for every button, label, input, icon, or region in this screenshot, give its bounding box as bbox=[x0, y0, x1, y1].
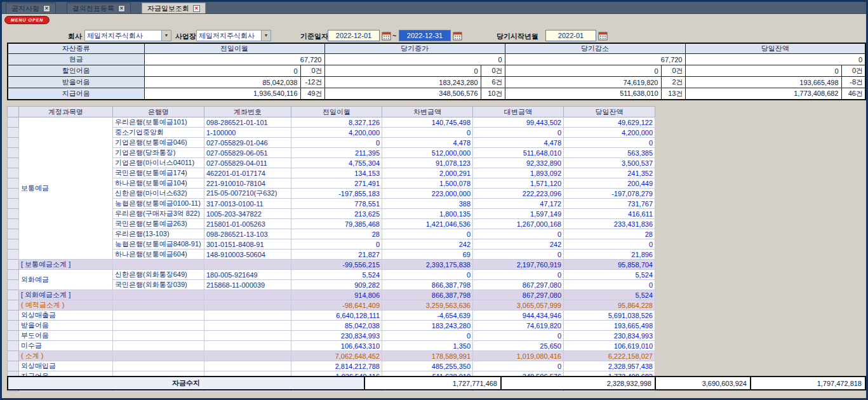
amount-cell: 2,814,212,788 bbox=[291, 361, 382, 371]
summary-amount-cell: 67,720 bbox=[505, 54, 685, 65]
period-start-input[interactable]: 2022-01 bbox=[545, 30, 596, 41]
amount-cell: 0 bbox=[382, 128, 473, 138]
detail-row[interactable]: 외상매입금2,814,212,788485,255,35002,328,957,… bbox=[8, 361, 655, 371]
detail-header: 당일잔액 bbox=[564, 107, 655, 117]
detail-table: 계정과목명 은행명 계좌번호 전일이월 차변금액 대변금액 당일잔액 보통예금우… bbox=[7, 106, 655, 392]
fund-balance-value: 2,328,932,998 bbox=[501, 377, 655, 390]
amount-cell: 230,834,993 bbox=[291, 331, 382, 341]
account-number-cell: 098-286521-01-101 bbox=[204, 117, 291, 128]
close-icon[interactable]: × bbox=[43, 5, 50, 12]
row-selector[interactable] bbox=[8, 148, 19, 158]
detail-row[interactable]: ( 소계 )7,062,648,452178,589,9911,019,080,… bbox=[8, 351, 655, 361]
account-number-cell: 027-055829-06-051 bbox=[204, 148, 291, 158]
tab-fund-daily-report[interactable]: 자금일보조회 × bbox=[142, 3, 206, 13]
summary-row[interactable]: 받을어음85,042,038-12건183,243,2806건74,619,82… bbox=[8, 77, 865, 88]
account-name-cell: 받을어음 bbox=[19, 321, 113, 331]
summary-header: 당일잔액 bbox=[685, 43, 865, 54]
row-selector[interactable] bbox=[8, 117, 19, 128]
row-selector[interactable] bbox=[8, 250, 19, 260]
amount-cell: 914,806 bbox=[291, 290, 382, 300]
detail-row[interactable]: 부도어음230,834,99300230,834,993 bbox=[8, 331, 655, 341]
amount-cell: 92,332,890 bbox=[473, 158, 564, 168]
summary-row[interactable]: 현금67,720067,7200 bbox=[8, 54, 865, 65]
row-selector[interactable] bbox=[8, 128, 19, 138]
row-selector[interactable] bbox=[8, 341, 19, 351]
close-icon[interactable]: × bbox=[193, 5, 200, 12]
tab-notice[interactable]: 공지사항 × bbox=[6, 3, 56, 13]
amount-cell: 0 bbox=[473, 229, 564, 239]
calendar-icon[interactable] bbox=[382, 31, 391, 41]
row-selector[interactable] bbox=[8, 199, 19, 209]
bank-name-cell: 국민은행(보통예금263) bbox=[113, 219, 204, 229]
row-selector[interactable] bbox=[8, 351, 19, 361]
amount-cell: 4,755,304 bbox=[291, 158, 382, 168]
amount-cell: 178,589,991 bbox=[382, 351, 473, 361]
close-icon[interactable]: × bbox=[118, 5, 125, 12]
bank-name-cell bbox=[113, 310, 204, 321]
row-selector[interactable] bbox=[8, 290, 19, 300]
bank-name-cell bbox=[113, 361, 204, 371]
detail-row[interactable]: 외화예금신한은행(외화통장649)180-005-9216495,524005,… bbox=[8, 270, 655, 280]
row-selector[interactable] bbox=[8, 219, 19, 229]
row-selector[interactable] bbox=[8, 209, 19, 219]
site-select[interactable]: 제일저지주식회사 ▼ bbox=[196, 30, 271, 41]
row-selector[interactable] bbox=[8, 260, 19, 270]
amount-cell: 1,019,080,416 bbox=[473, 351, 564, 361]
company-select[interactable]: 제일저지주식회사 ▼ bbox=[84, 30, 171, 41]
bank-name-cell: 농협은행(보통예금8408-91) bbox=[113, 239, 204, 250]
amount-cell: 230,834,993 bbox=[564, 331, 655, 341]
bank-name-cell bbox=[113, 351, 204, 361]
amount-cell: 222,223,096 bbox=[473, 189, 564, 199]
amount-cell: 866,387,798 bbox=[382, 280, 473, 290]
tab-voucher-entry[interactable]: 결의전표등록 × bbox=[67, 3, 131, 13]
amount-cell: -197,855,183 bbox=[291, 189, 382, 199]
base-date-to-input[interactable]: 2022-12-31 bbox=[399, 30, 451, 41]
summary-count-cell: 49건 bbox=[300, 88, 324, 100]
row-selector[interactable] bbox=[8, 300, 19, 310]
row-selector[interactable] bbox=[8, 138, 19, 148]
fund-balance-row: 자금수지 1,727,771,468 2,328,932,998 3,690,6… bbox=[8, 377, 865, 390]
row-selector[interactable] bbox=[8, 310, 19, 321]
summary-row[interactable]: 할인어음00건00건00건00건 bbox=[8, 65, 865, 77]
chevron-down-icon[interactable]: ▼ bbox=[261, 30, 270, 41]
row-selector[interactable] bbox=[8, 270, 19, 280]
detail-row[interactable]: 보통예금우리은행(보통예금101)098-286521-01-1018,327,… bbox=[8, 117, 655, 128]
row-selector[interactable] bbox=[8, 280, 19, 290]
row-selector[interactable] bbox=[8, 189, 19, 199]
amount-cell: 1,571,120 bbox=[473, 178, 564, 189]
row-selector[interactable] bbox=[8, 229, 19, 239]
amount-cell: 1,800,135 bbox=[382, 209, 473, 219]
amount-cell: 242 bbox=[382, 239, 473, 250]
row-selector[interactable] bbox=[8, 158, 19, 168]
row-selector[interactable] bbox=[8, 168, 19, 178]
summary-row[interactable]: 지급어음1,936,540,11649건348,506,57610건511,63… bbox=[8, 88, 865, 100]
summary-amount-cell: 193,665,498 bbox=[685, 77, 841, 88]
detail-row[interactable]: ( 예적금소계 )-98,641,4093,259,563,6363,065,0… bbox=[8, 300, 655, 310]
row-selector[interactable] bbox=[8, 361, 19, 371]
row-selector[interactable] bbox=[8, 331, 19, 341]
account-number-cell: 215801-01-005263 bbox=[204, 219, 291, 229]
amount-cell: 388 bbox=[382, 199, 473, 209]
detail-row[interactable]: 외상매출금6,640,128,111-4,654,639944,434,9465… bbox=[8, 310, 655, 321]
detail-row[interactable]: 받을어음85,042,038183,243,28074,619,820193,6… bbox=[8, 321, 655, 331]
row-selector[interactable] bbox=[8, 239, 19, 250]
amount-cell: 0 bbox=[564, 138, 655, 148]
bank-name-cell: 하나은행(보통예금104) bbox=[113, 178, 204, 189]
base-date-from-input[interactable]: 2022-12-01 bbox=[328, 30, 380, 41]
row-selector[interactable] bbox=[8, 321, 19, 331]
menu-open-button[interactable]: MENU OPEN bbox=[4, 16, 50, 24]
detail-row[interactable]: [ 보통예금소계 ]-99,556,2152,393,175,8382,197,… bbox=[8, 260, 655, 270]
amount-cell: -99,556,215 bbox=[291, 260, 382, 270]
account-number-cell bbox=[204, 260, 291, 270]
detail-header: 전일이월 bbox=[291, 107, 382, 117]
detail-row[interactable]: 미수금106,643,3101,35025,650106,619,010 bbox=[8, 341, 655, 351]
summary-table: 자산종류 전일이월 당기증가 당기감소 당일잔액 현금67,720067,720… bbox=[7, 43, 866, 100]
chevron-down-icon[interactable]: ▼ bbox=[161, 30, 171, 41]
account-number-cell: 317-0013-0100-11 bbox=[204, 199, 291, 209]
calendar-icon[interactable] bbox=[453, 31, 462, 41]
fund-balance-value: 1,727,771,468 bbox=[364, 377, 501, 390]
summary-amount-cell: 67,720 bbox=[144, 54, 324, 65]
detail-row[interactable]: [ 외화예금소계 ]914,806866,387,798867,297,0805… bbox=[8, 290, 655, 300]
row-selector[interactable] bbox=[8, 178, 19, 189]
calendar-icon[interactable] bbox=[598, 31, 608, 41]
